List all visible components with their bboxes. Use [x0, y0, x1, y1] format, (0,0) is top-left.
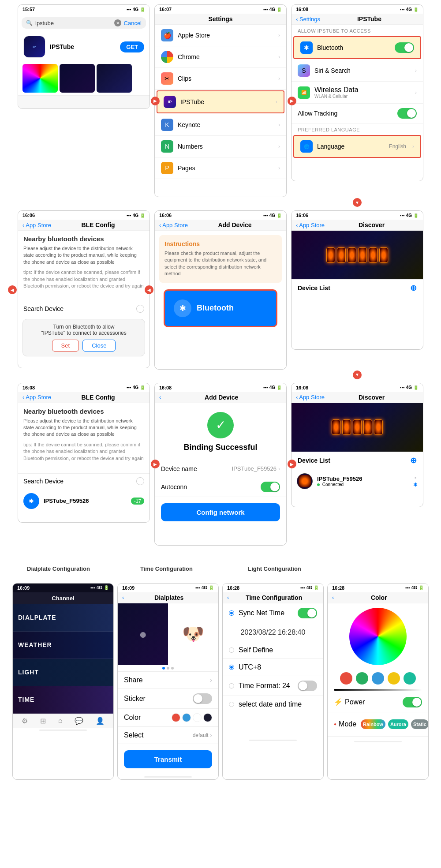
tracking-toggle[interactable]	[397, 108, 417, 119]
sticker-toggle[interactable]	[193, 693, 212, 704]
ble-content-7: Nearby bluetooth devices Please adjust t…	[18, 403, 149, 470]
add-device-icon-9[interactable]: ⊕	[410, 456, 417, 465]
autoconn-toggle-8[interactable]	[261, 482, 280, 492]
bp-nav-icon-chat[interactable]: 💬	[75, 717, 83, 725]
search-input-1[interactable]: ipstube	[35, 20, 112, 26]
sync-knob	[307, 609, 316, 617]
cancel-button-1[interactable]: Cancel	[124, 20, 142, 26]
status-bar-2: 16:07 ▪▪▪4G🔋	[155, 5, 286, 14]
channel-weather[interactable]: WEATHER	[13, 632, 113, 659]
back-btn-6[interactable]: ‹ App Store	[296, 222, 325, 228]
bp-nav-2: ‹ Dialplates	[118, 592, 218, 603]
settings-item-keynote[interactable]: K Keynote ›	[155, 114, 286, 136]
bp-time-2: 16:09	[122, 585, 135, 591]
channel-dialplate[interactable]: DIALPLATE	[13, 604, 113, 632]
phone-row-1: 15:57 ▪▪▪ 4G 🔋 🔍 ipstube ✕ Cancel	[4, 4, 437, 197]
language-icon: 🌐	[300, 140, 313, 153]
select-row[interactable]: Select default ›	[118, 727, 218, 744]
swatch-blue[interactable]	[182, 713, 191, 722]
device-item-7[interactable]: ✱ IPSTube_F59526 -17	[18, 489, 149, 513]
bp-nav-icon-profile[interactable]: 👤	[96, 717, 105, 725]
back-btn-9[interactable]: ‹ App Store	[296, 394, 325, 400]
settings-item-language[interactable]: 🌐 Language English ›	[293, 135, 421, 158]
static-btn[interactable]: Static	[411, 719, 429, 729]
time-9: 16:08	[296, 385, 308, 390]
cs-teal[interactable]	[404, 672, 416, 685]
search-radio-4[interactable]	[136, 305, 144, 313]
self-define-radio[interactable]	[229, 647, 234, 653]
bp-nav-icon-settings[interactable]: ⚙	[22, 717, 28, 725]
search-bar-1[interactable]: 🔍 ipstube ✕ Cancel	[22, 17, 146, 29]
bottom-phone-3: 16:28 ▪▪▪4G🔋 ‹ Time Configuration Sync N…	[222, 583, 324, 780]
bluetooth-label: Bluetooth	[317, 44, 390, 51]
bp-nav-icon-grid[interactable]: ⊞	[40, 717, 46, 725]
status-bar-9: 16:08 ▪▪▪4G🔋	[292, 383, 423, 392]
main-container: 15:57 ▪▪▪ 4G 🔋 🔍 ipstube ✕ Cancel	[0, 0, 441, 784]
settings-item-chrome[interactable]: Chrome ›	[155, 46, 286, 68]
cs-green[interactable]	[356, 672, 368, 685]
dialplate-img-1[interactable]: ●	[118, 603, 168, 665]
dialplate-img-2[interactable]: 🐶	[168, 603, 218, 665]
time-4: 16:06	[22, 213, 35, 218]
color-wheel-4[interactable]	[349, 608, 407, 665]
status-icons-5: ▪▪▪4G🔋	[263, 213, 282, 218]
utc-radio[interactable]	[229, 665, 234, 670]
close-button-4[interactable]: Close	[82, 340, 116, 352]
back-btn-3[interactable]: ‹ Settings	[296, 16, 320, 22]
get-button-1[interactable]: GET	[120, 41, 144, 52]
bluetooth-toggle[interactable]	[395, 42, 414, 53]
nav-6: ‹ App Store Discover	[292, 220, 423, 231]
cs-red[interactable]	[340, 672, 352, 685]
channel-time[interactable]: TIME	[13, 686, 113, 714]
search-radio-7[interactable]	[136, 477, 144, 485]
sync-toggle[interactable]	[298, 608, 317, 618]
bluetooth-btn-large-5[interactable]: ✱ Bluetooth	[164, 289, 277, 327]
cs-yellow[interactable]	[388, 672, 400, 685]
brightness-track	[334, 689, 422, 691]
back-btn-5[interactable]: ‹ App Store	[159, 222, 188, 228]
date-radio[interactable]	[229, 702, 234, 707]
time-format-radio[interactable]	[229, 683, 234, 688]
sync-radio[interactable]	[229, 610, 234, 616]
bp-nav-icon-home[interactable]: ⌂	[58, 717, 63, 725]
swatch-dark[interactable]	[203, 713, 212, 722]
add-device-icon-6[interactable]: ⊕	[410, 283, 417, 293]
chevron-chrome: ›	[278, 54, 280, 60]
keynote-label: Keynote	[178, 121, 274, 128]
brightness-slider-row[interactable]	[328, 687, 428, 692]
settings-item-siri[interactable]: S Siri & Search ›	[292, 60, 423, 82]
settings-item-apple-store[interactable]: 🍎 Apple Store ›	[155, 25, 286, 46]
swatch-red[interactable]	[172, 713, 180, 722]
config-network-btn-8[interactable]: Config network	[161, 503, 280, 521]
cs-blue[interactable]	[372, 672, 384, 685]
clear-icon-1[interactable]: ✕	[114, 19, 121, 26]
settings-item-clips[interactable]: ✂ Clips ›	[155, 68, 286, 90]
swatch-white[interactable]	[193, 713, 202, 722]
wireless-icon: 📶	[298, 86, 310, 99]
settings-item-tracking[interactable]: Allow Tracking	[292, 104, 423, 123]
settings-item-wireless[interactable]: 📶 Wireless Data WLAN & Cellular ›	[292, 82, 423, 104]
phone-6: 16:06 ▪▪▪4G🔋 ‹ App Store Discover	[291, 210, 423, 350]
power-toggle-4[interactable]	[403, 697, 422, 707]
device-actions-9: ▪ ✱	[413, 475, 418, 488]
settings-item-ipstube[interactable]: IP IPSTube ›	[157, 90, 284, 113]
status-bar-1: 15:57 ▪▪▪ 4G 🔋	[18, 5, 149, 14]
nav-8: ‹ Add Device	[155, 392, 286, 403]
self-define-row: Self Define	[223, 642, 323, 659]
device-item-9[interactable]: IPSTube_F59526 Connected ▪ ✱	[292, 469, 423, 494]
settings-item-pages[interactable]: P Pages ›	[155, 157, 286, 179]
channel-light[interactable]: LIGHT	[13, 659, 113, 686]
aurora-btn[interactable]: Aurora	[388, 719, 408, 729]
time-format-toggle[interactable]	[298, 681, 317, 691]
back-btn-4[interactable]: ‹ App Store	[22, 222, 51, 228]
settings-item-bluetooth[interactable]: ✱ Bluetooth	[293, 36, 421, 59]
color-row[interactable]: Color	[118, 709, 218, 727]
chevron-device-8: ›	[278, 466, 280, 472]
share-row[interactable]: Share ›	[118, 672, 218, 689]
sticker-row[interactable]: Sticker	[118, 689, 218, 709]
set-button-4[interactable]: Set	[52, 340, 79, 352]
settings-item-numbers[interactable]: N Numbers ›	[155, 136, 286, 157]
transmit-btn[interactable]: Transmit	[124, 750, 212, 768]
back-btn-7[interactable]: ‹ App Store	[22, 394, 51, 400]
rainbow-btn[interactable]: Rainbow	[361, 719, 385, 729]
